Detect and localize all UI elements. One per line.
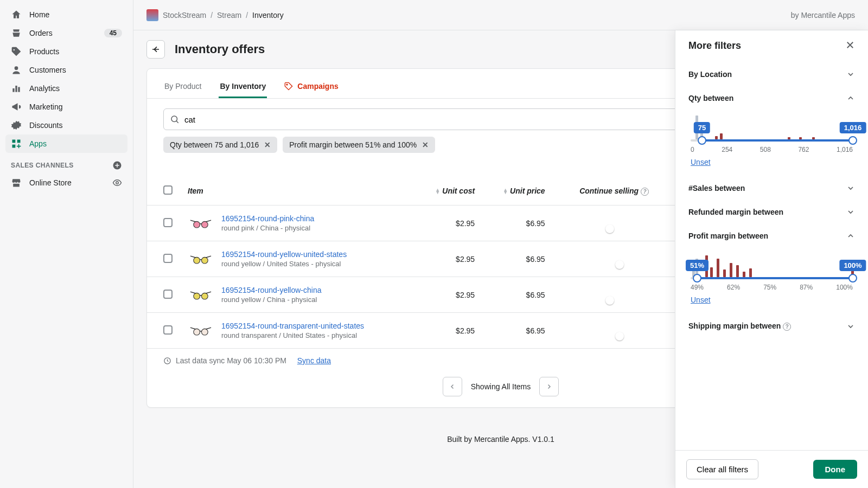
chevron-down-icon [846,184,855,192]
row-checkbox[interactable] [163,218,173,227]
svg-rect-6 [12,145,16,148]
crumb-section[interactable]: Stream [217,11,241,20]
filter-sales[interactable]: #Sales between [688,184,855,192]
nav-customers[interactable]: Customers [5,61,127,79]
filter-shipping[interactable]: Shipping margin between? [688,322,855,331]
filter-location[interactable]: By Location [688,70,855,79]
campaign-tag-icon [284,82,293,91]
product-thumbnail [188,251,214,267]
clear-filters-button[interactable]: Clear all filters [686,459,758,479]
profit-unset-link[interactable]: Unset [691,296,711,304]
cell-price: $6.95 [482,241,553,277]
drawer-close-icon[interactable] [845,40,855,52]
nav-label: Discounts [29,121,62,130]
cell-cost: $2.95 [415,277,482,313]
profit-slider[interactable]: 51% 100% 49%62%75%87%100% Unset [688,240,855,306]
qty-unset-link[interactable]: Unset [691,158,711,166]
chip-qty: Qty between 75 and 1,016✕ [163,137,277,153]
sync-link[interactable]: Sync data [297,356,331,365]
chevron-up-icon [846,232,855,240]
pager-next[interactable] [539,377,559,396]
channel-online-store[interactable]: Online Store [5,174,127,192]
channel-label: Online Store [29,178,72,187]
qty-slider[interactable]: 75 1,016 02545087621,016 Unset [688,102,855,169]
product-thumbnail [188,215,214,232]
row-checkbox[interactable] [163,254,173,263]
profit-min-handle[interactable] [693,274,701,282]
filter-qty[interactable]: Qty between [688,94,855,102]
nav-discounts[interactable]: Discounts [5,116,127,134]
qty-histogram [691,112,853,139]
col-item[interactable]: Item [180,177,415,206]
nav-label: Orders [29,29,53,37]
help-icon[interactable]: ? [641,188,649,196]
chip-remove-icon[interactable]: ✕ [422,140,429,149]
cell-cost: $2.95 [415,241,482,277]
product-title[interactable]: 16952154-round-yellow-china [221,286,321,294]
chevron-down-icon [846,208,855,216]
product-thumbnail [188,323,214,339]
svg-point-26 [201,293,208,299]
nav-analytics[interactable]: Analytics [5,79,127,98]
sidebar: Home Orders 45 Products Customers Analyt… [0,0,133,488]
eye-icon[interactable] [112,178,122,188]
orders-icon [11,28,22,38]
filter-profit[interactable]: Profit margin between [688,232,855,240]
svg-point-30 [194,329,200,335]
nav-apps[interactable]: Apps [5,134,127,153]
svg-point-16 [201,221,208,228]
tab-campaigns[interactable]: Campaigns [283,76,339,98]
row-checkbox[interactable] [163,325,173,335]
home-icon [11,9,22,20]
chip-remove-icon[interactable]: ✕ [264,140,271,149]
cell-cost: $2.95 [415,313,482,349]
help-icon[interactable]: ? [783,323,791,331]
col-continue[interactable]: Continue selling? [553,177,656,206]
chevron-left-icon [449,383,456,390]
tab-by-product[interactable]: By Product [163,76,202,98]
row-checkbox[interactable] [163,290,173,299]
clock-icon [163,357,171,365]
nav-orders[interactable]: Orders 45 [5,24,127,42]
cell-cost: $2.95 [415,206,482,241]
qty-min-handle[interactable] [698,136,706,145]
product-title[interactable]: 16952154-round-yellow-united-states [221,250,347,259]
filter-refunded[interactable]: Refunded margin between [688,208,855,216]
add-channel-icon[interactable] [112,160,122,170]
profit-max-handle[interactable] [848,274,857,282]
nav-label: Home [29,10,49,19]
product-variant: round transparent / United States - phys… [221,331,364,339]
analytics-icon [11,83,22,94]
svg-point-0 [15,66,18,70]
profit-histogram [691,250,853,277]
chip-profit: Profit margin between 51% and 100%✕ [283,137,435,153]
back-button[interactable] [146,40,165,59]
nav-home[interactable]: Home [5,5,127,24]
discount-icon [11,120,22,131]
person-icon [11,65,22,75]
qty-max-handle[interactable] [848,136,857,145]
nav-marketing[interactable]: Marketing [5,98,127,116]
qty-max-bubble: 1,016 [840,122,866,133]
select-all-checkbox[interactable] [163,185,173,195]
svg-rect-1 [12,88,14,92]
tag-icon [11,46,22,57]
chevron-down-icon [846,322,855,331]
col-unit-price[interactable]: ▲▼Unit price [482,177,553,206]
app-logo-icon [146,9,158,21]
search-icon [170,114,180,124]
done-button[interactable]: Done [813,460,858,479]
svg-point-9 [286,84,288,85]
chevron-right-icon [546,383,552,390]
pager-prev[interactable] [443,377,462,396]
topbar: StockStream / Stream / Inventory by Merc… [133,0,868,30]
product-title[interactable]: 16952154-round-pink-china [221,214,314,223]
nav-products[interactable]: Products [5,42,127,61]
col-unit-cost[interactable]: ▲▼Unit cost [415,177,482,206]
chevron-down-icon [846,70,855,79]
crumb-app[interactable]: StockStream [163,11,206,20]
drawer-title: More filters [688,40,741,52]
tab-by-inventory[interactable]: By Inventory [219,76,267,98]
product-title[interactable]: 16952154-round-transparent-united-states [221,322,364,330]
profit-min-bubble: 51% [686,260,709,271]
